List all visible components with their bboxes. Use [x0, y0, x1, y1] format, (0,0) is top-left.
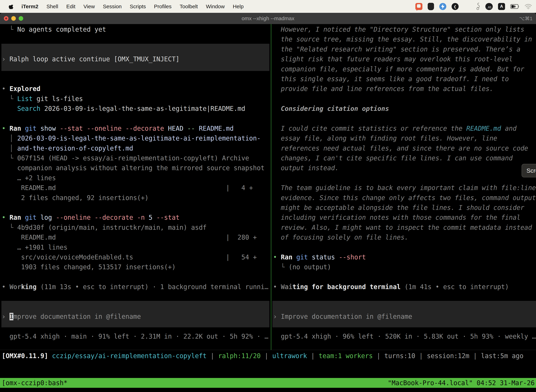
terminal-line: 2 files changed, 92 insertions(+)	[2, 193, 271, 203]
hook-icon[interactable]	[476, 3, 480, 10]
terminal-line: • Ran git status --short	[273, 252, 536, 262]
terminal-line	[2, 114, 271, 124]
screen-share-overlay-button[interactable]: Scre	[522, 164, 536, 177]
terminal-line: gpt-5.4 xhigh · 96% left · 520K in · 5.8…	[273, 331, 536, 341]
terminal-line: including verification notes with those …	[273, 213, 536, 223]
minimize-button[interactable]	[11, 16, 16, 21]
close-button[interactable]	[4, 16, 9, 21]
terminal-line: └ (no output)	[273, 262, 536, 272]
terminal-content: └ No agents completed yet › Ralph loop a…	[0, 24, 536, 350]
terminal-line: evidence. Since this change only affects…	[273, 193, 536, 203]
menu-item-window[interactable]: Window	[206, 4, 225, 9]
terminal-line: README.md | 4 +	[2, 183, 271, 193]
terminal-line: provide file and line references from th…	[273, 84, 536, 94]
menu-bar-left: iTerm2ShellEditViewSessionScriptsProfile…	[0, 4, 415, 9]
crescent-icon[interactable]	[452, 3, 459, 10]
terminal-line: • Explored	[2, 84, 271, 94]
menu-item-iterm2[interactable]: iTerm2	[21, 4, 38, 9]
terminal-line: gpt-5.4 xhigh · main · 91% left · 2.31M …	[2, 331, 271, 341]
terminal-line: I could cite commit statistics or refere…	[273, 124, 536, 134]
tmux-pane-left[interactable]: └ No agents completed yet › Ralph loop a…	[0, 24, 271, 350]
menu-item-session[interactable]: Session	[103, 4, 122, 9]
terminal-line	[273, 173, 536, 183]
terminal-line: └ List git ls-files	[2, 94, 271, 104]
terminal-line: However, I noticed the "Directory Struct…	[273, 25, 536, 34]
terminal-line: └ 067f154 (HEAD -> essay/ai-reimplementa…	[2, 153, 271, 163]
chat-icon[interactable]	[415, 3, 422, 10]
terminal-line: 1903 files changed, 513517 insertions(+)	[2, 262, 271, 272]
terminal-line: slight risk that future readers may over…	[273, 54, 536, 64]
terminal-line	[273, 292, 536, 302]
menu-item-help[interactable]: Help	[233, 4, 244, 9]
terminal-line: › Improve documentation in @filename	[2, 312, 271, 322]
menu-item-shell[interactable]: Shell	[46, 4, 58, 9]
tmux-host-clock-label: "MacBook-Pro-44.local" 04:52 31-Mar-26	[388, 379, 535, 387]
tmux-session-label: [omx-cczip0:bash*	[2, 379, 67, 387]
terminal-line: the "Related research writing" section i…	[273, 44, 536, 54]
window-title-bar: omx --xhigh --madmax ⌥⌘1	[0, 13, 536, 24]
window-title: omx --xhigh --madmax	[242, 15, 294, 21]
terminal-line: • Waiting for background terminal (1m 41…	[273, 282, 536, 292]
omx-status-text: [OMX#0.11.9] cczip/essay/ai-reimplementa…	[2, 351, 536, 361]
terminal-line: … +1901 lines	[2, 243, 271, 252]
terminal-line: src/voice/voiceModeEnabled.ts | 54 +	[2, 252, 271, 262]
screen-share-overlay-label: Scre	[526, 167, 536, 174]
terminal-line	[2, 44, 271, 54]
terminal-line	[2, 64, 271, 74]
tmux-status-bar: [omx-cczip0:bash* "MacBook-Pro-44.local"…	[0, 378, 536, 388]
terminal-line: essay file, along with finding root file…	[273, 134, 536, 143]
terminal-line: changes, I can't cite specific file line…	[273, 153, 536, 163]
terminal-line	[2, 203, 271, 213]
menu-item-view[interactable]: View	[84, 4, 95, 9]
iterm-window: omx --xhigh --madmax ⌥⌘1 └ No agents com…	[0, 13, 536, 392]
terminal-line: • Ran git show --stat --oneline --decora…	[2, 124, 271, 134]
terminal-line	[2, 34, 271, 44]
terminal-line	[2, 292, 271, 302]
terminal-line: the source tree, missing the essay. Stil…	[273, 34, 536, 44]
apple-logo-icon[interactable]	[9, 4, 13, 9]
terminal-line: Considering citation options	[273, 104, 536, 114]
tally-badge-icon[interactable]: ..61	[485, 3, 493, 10]
terminal-line	[273, 94, 536, 104]
terminal-line: this single essay, it seems like a good …	[273, 74, 536, 84]
terminal-line: Search 2026-03-09-is-legal-the-same-as-l…	[2, 104, 271, 114]
menu-item-edit[interactable]: Edit	[66, 4, 76, 9]
shield-grid-icon[interactable]	[428, 3, 434, 10]
terminal-line	[2, 272, 271, 282]
terminal-line: of focusing solely on file lines.	[273, 233, 536, 242]
menu-bar-status-icons: ..61 A	[415, 3, 536, 10]
keyboard-layout-icon[interactable]: A	[498, 3, 505, 10]
terminal-line: companion analysis without altering the …	[2, 163, 271, 173]
terminal-line: output instead.	[273, 163, 536, 173]
terminal-line: │ and-the-erosion-of-copyleft.md	[2, 144, 271, 153]
bolt-circle-icon[interactable]	[439, 3, 446, 10]
terminal-line	[273, 243, 536, 252]
terminal-line	[2, 322, 271, 331]
zoom-button[interactable]	[19, 16, 23, 21]
dots-grid-icon[interactable]	[464, 3, 471, 10]
menu-item-toolbelt[interactable]: Toolbelt	[180, 4, 198, 9]
terminal-line: └ 4b9d30f (origin/main, instructkr/main,…	[2, 223, 271, 233]
terminal-line: › Improve documentation in @filename	[273, 312, 536, 322]
window-shortcut-badge: ⌥⌘1	[519, 16, 532, 21]
window-controls	[4, 13, 23, 24]
terminal-line: The team guideline is to back every impo…	[273, 183, 536, 193]
window-bottom-strip	[0, 388, 536, 392]
terminal-line	[273, 114, 536, 124]
menu-bar: iTerm2ShellEditViewSessionScriptsProfile…	[0, 0, 536, 13]
terminal-line: › Ralph loop active continue [OMX_TMUX_I…	[2, 54, 271, 64]
terminal-line: • Ran git log --oneline --decorate -n 5 …	[2, 213, 271, 223]
terminal-line	[2, 302, 271, 312]
terminal-line	[273, 272, 536, 282]
menu-item-scripts[interactable]: Scripts	[130, 4, 146, 9]
wifi-icon[interactable]	[525, 4, 532, 9]
tmux-pane-right[interactable]: However, I noticed the "Directory Struct…	[271, 24, 536, 350]
omx-status-line: [OMX#0.11.9] cczip/essay/ai-reimplementa…	[0, 350, 536, 378]
terminal-line: └ No agents completed yet	[2, 25, 271, 34]
terminal-line: references need actual files, and since …	[273, 144, 536, 153]
terminal-line: │ 2026-03-09-is-legal-the-same-as-legiti…	[2, 134, 271, 143]
terminal-line	[2, 74, 271, 84]
battery-icon[interactable]	[510, 4, 519, 9]
menu-item-profiles[interactable]: Profiles	[154, 4, 172, 9]
terminal-line	[273, 302, 536, 312]
